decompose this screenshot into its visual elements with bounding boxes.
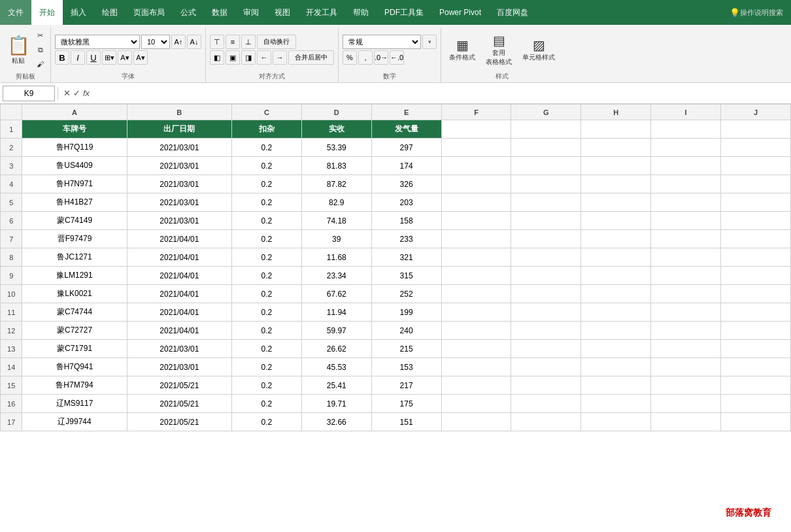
cell-empty-12-4[interactable] [721, 322, 791, 340]
menu-pagelayout[interactable]: 页面布局 [126, 0, 173, 25]
cell-empty-11-3[interactable] [651, 303, 721, 322]
cell-empty-17-2[interactable] [581, 413, 651, 431]
col-header-f[interactable]: F [441, 105, 511, 120]
cell-B1[interactable]: 出厂日期 [127, 120, 231, 139]
cell-B8[interactable]: 2021/04/01 [127, 248, 231, 267]
cell-empty-14-2[interactable] [581, 358, 651, 376]
cell-B6[interactable]: 2021/03/01 [127, 212, 231, 230]
col-header-i[interactable]: I [651, 105, 721, 120]
cell-empty-11-1[interactable] [511, 303, 581, 322]
cell-empty-14-0[interactable] [441, 358, 511, 376]
cell-empty-10-0[interactable] [441, 285, 511, 303]
cell-A14[interactable]: 鲁H7Q941 [22, 358, 127, 376]
align-right-button[interactable]: ◨ [241, 50, 256, 65]
cell-E13[interactable]: 215 [371, 340, 441, 358]
cell-empty-10-1[interactable] [511, 285, 581, 303]
cell-D11[interactable]: 11.94 [301, 303, 371, 322]
cell-E10[interactable]: 252 [371, 285, 441, 303]
cell-C13[interactable]: 0.2 [231, 340, 301, 358]
number-format-expand[interactable]: ▾ [422, 35, 437, 49]
insert-function-icon[interactable]: fx [83, 88, 90, 98]
cell-A4[interactable]: 鲁H7N971 [22, 175, 127, 193]
font-family-select[interactable]: 微软雅黑 [55, 35, 140, 49]
underline-button[interactable]: U [86, 50, 101, 65]
cell-E6[interactable]: 158 [371, 212, 441, 230]
cell-A6[interactable]: 蒙C74149 [22, 212, 127, 230]
cell-empty-13-4[interactable] [721, 340, 791, 358]
border-button[interactable]: ⊞▾ [102, 50, 116, 65]
cell-empty-1-4[interactable] [721, 120, 791, 139]
align-middle-button[interactable]: ≡ [226, 35, 240, 49]
menu-formula[interactable]: 公式 [173, 0, 204, 25]
cell-B10[interactable]: 2021/04/01 [127, 285, 231, 303]
cell-empty-17-1[interactable] [511, 413, 581, 431]
cell-empty-8-4[interactable] [721, 248, 791, 267]
cell-empty-4-4[interactable] [721, 175, 791, 193]
fill-color-button[interactable]: A▾ [118, 50, 132, 65]
conditional-format-button[interactable]: ▦ 条件格式 [445, 30, 479, 69]
cell-empty-15-2[interactable] [581, 376, 651, 395]
cell-empty-5-0[interactable] [441, 193, 511, 212]
cell-empty-4-3[interactable] [651, 175, 721, 193]
cell-empty-2-4[interactable] [721, 139, 791, 157]
col-header-h[interactable]: H [581, 105, 651, 120]
col-header-e[interactable]: E [371, 105, 441, 120]
cell-D15[interactable]: 25.41 [301, 376, 371, 395]
cut-button[interactable]: ✂ [34, 29, 46, 42]
cell-B2[interactable]: 2021/03/01 [127, 139, 231, 157]
cell-B12[interactable]: 2021/04/01 [127, 322, 231, 340]
cell-empty-7-1[interactable] [511, 230, 581, 248]
cell-empty-10-4[interactable] [721, 285, 791, 303]
cell-empty-7-0[interactable] [441, 230, 511, 248]
menu-search[interactable]: 💡 操作说明搜索 [722, 0, 791, 25]
cell-E1[interactable]: 发气量 [371, 120, 441, 139]
cell-empty-9-4[interactable] [721, 267, 791, 285]
cell-empty-8-2[interactable] [581, 248, 651, 267]
cell-empty-9-0[interactable] [441, 267, 511, 285]
cell-empty-12-1[interactable] [511, 322, 581, 340]
number-format-select[interactable]: 常规 [343, 35, 421, 49]
cell-empty-15-0[interactable] [441, 376, 511, 395]
cell-E7[interactable]: 233 [371, 230, 441, 248]
cell-empty-17-0[interactable] [441, 413, 511, 431]
cell-A9[interactable]: 豫LM1291 [22, 267, 127, 285]
align-bottom-button[interactable]: ⊥ [241, 35, 256, 49]
cell-empty-14-3[interactable] [651, 358, 721, 376]
comma-button[interactable]: , [358, 50, 373, 65]
cell-C11[interactable]: 0.2 [231, 303, 301, 322]
cell-empty-13-1[interactable] [511, 340, 581, 358]
cell-empty-8-3[interactable] [651, 248, 721, 267]
cell-empty-3-0[interactable] [441, 157, 511, 175]
cell-empty-5-4[interactable] [721, 193, 791, 212]
cell-empty-1-1[interactable] [511, 120, 581, 139]
cell-D10[interactable]: 67.62 [301, 285, 371, 303]
cell-E17[interactable]: 151 [371, 413, 441, 431]
menu-file[interactable]: 文件 [0, 0, 31, 25]
cell-A15[interactable]: 鲁H7M794 [22, 376, 127, 395]
cell-empty-15-3[interactable] [651, 376, 721, 395]
cell-C1[interactable]: 扣杂 [231, 120, 301, 139]
cell-C17[interactable]: 0.2 [231, 413, 301, 431]
increase-decimal-button[interactable]: .0→ [374, 50, 388, 65]
merge-center-button[interactable]: 合并后居中 [288, 50, 334, 65]
cell-empty-17-3[interactable] [651, 413, 721, 431]
cell-B5[interactable]: 2021/03/01 [127, 193, 231, 212]
cell-B15[interactable]: 2021/05/21 [127, 376, 231, 395]
cell-empty-6-3[interactable] [651, 212, 721, 230]
cell-empty-11-0[interactable] [441, 303, 511, 322]
menu-insert[interactable]: 插入 [63, 0, 94, 25]
cell-D4[interactable]: 87.82 [301, 175, 371, 193]
cell-empty-12-0[interactable] [441, 322, 511, 340]
increase-font-button[interactable]: A↑ [171, 35, 186, 49]
col-header-g[interactable]: G [511, 105, 581, 120]
col-header-c[interactable]: C [231, 105, 301, 120]
cell-empty-16-3[interactable] [651, 395, 721, 413]
cell-empty-5-3[interactable] [651, 193, 721, 212]
cell-empty-15-1[interactable] [511, 376, 581, 395]
italic-button[interactable]: I [71, 50, 85, 65]
cell-E15[interactable]: 217 [371, 376, 441, 395]
percent-button[interactable]: % [343, 50, 357, 65]
cell-E3[interactable]: 174 [371, 157, 441, 175]
cell-empty-3-4[interactable] [721, 157, 791, 175]
format-painter-button[interactable]: 🖌 [34, 58, 46, 71]
